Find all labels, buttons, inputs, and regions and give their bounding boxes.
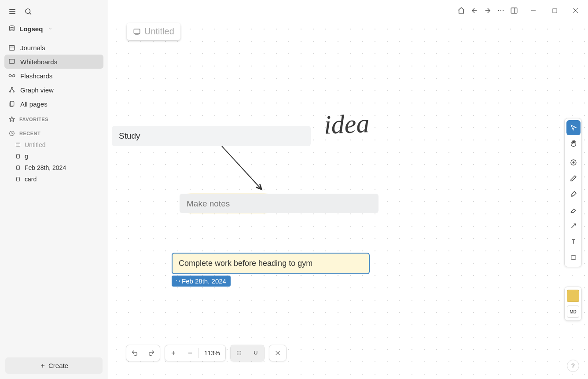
page-title: Untitled: [144, 26, 174, 37]
handwriting-idea[interactable]: idea: [323, 108, 370, 140]
svg-point-43: [237, 351, 238, 352]
history-group: [126, 345, 160, 361]
text-tool[interactable]: [566, 234, 581, 249]
notes-card[interactable]: Make notes: [180, 194, 379, 214]
back-icon[interactable]: [469, 5, 480, 16]
svg-point-46: [237, 353, 238, 353]
svg-line-4: [29, 13, 31, 14]
svg-rect-20: [16, 143, 20, 146]
zoom-out-button[interactable]: [182, 345, 198, 361]
favorites-header[interactable]: FAVORITES: [4, 111, 103, 125]
date-text: Feb 28th, 2024: [182, 277, 226, 285]
whiteboard-icon: [133, 28, 141, 36]
svg-rect-34: [552, 8, 556, 12]
date-tag[interactable]: ↪ Feb 28th, 2024: [172, 276, 231, 287]
zoom-in-button[interactable]: [165, 345, 182, 361]
more-icon[interactable]: [496, 5, 506, 16]
page-icon: [15, 176, 21, 182]
clock-icon: [8, 129, 16, 137]
nav-all-pages[interactable]: All pages: [4, 97, 103, 111]
nav-flashcards[interactable]: Flashcards: [4, 69, 103, 83]
pencil-tool[interactable]: [566, 171, 581, 186]
connector-tool[interactable]: [566, 218, 581, 233]
nav-label: Graph view: [20, 86, 54, 94]
help-button[interactable]: ?: [567, 360, 579, 372]
pan-tool[interactable]: [566, 136, 581, 151]
sidebar-toggle-icon[interactable]: [509, 5, 519, 16]
bottom-toolbar: 113%: [126, 345, 287, 361]
link-icon: ↪: [176, 278, 180, 284]
recent-item-card[interactable]: card: [4, 173, 103, 185]
highlighter-tool[interactable]: [566, 187, 581, 202]
arrow-connector[interactable]: [217, 144, 270, 196]
whiteboard-canvas[interactable]: Study Make notes Complete work before he…: [108, 21, 588, 379]
pages-icon: [8, 100, 16, 108]
task-note[interactable]: Complete work before heading to gym: [172, 253, 370, 274]
sidebar: Logseq Journals Whiteboards Flashcards G…: [0, 0, 108, 379]
window-maximize[interactable]: [546, 4, 563, 18]
svg-rect-10: [9, 59, 15, 63]
svg-point-30: [503, 10, 503, 11]
page-icon: [15, 165, 21, 171]
svg-point-48: [240, 353, 241, 353]
rectangle-tool[interactable]: [566, 250, 581, 265]
svg-line-55: [571, 224, 575, 228]
svg-point-5: [10, 26, 15, 27]
page-icon: [15, 153, 21, 159]
svg-point-44: [239, 351, 239, 352]
sidebar-top: [4, 4, 103, 21]
graph-switcher[interactable]: Logseq: [4, 21, 103, 36]
svg-rect-6: [9, 45, 15, 50]
recent-item-untitled[interactable]: Untitled: [4, 139, 103, 151]
search-icon[interactable]: [23, 6, 33, 17]
svg-point-3: [26, 9, 30, 14]
eraser-tool[interactable]: [566, 202, 581, 217]
svg-point-45: [240, 351, 241, 352]
color-panel: MD: [564, 287, 582, 321]
select-tool[interactable]: [566, 120, 581, 135]
add-shape-tool[interactable]: [566, 155, 581, 170]
svg-point-13: [13, 91, 15, 92]
svg-point-14: [11, 87, 13, 88]
forward-icon[interactable]: [482, 5, 493, 16]
menu-icon[interactable]: [7, 6, 18, 17]
recent-label: card: [25, 176, 37, 183]
window-minimize[interactable]: [525, 4, 542, 18]
recent-item-feb28[interactable]: Feb 28th, 2024: [4, 162, 103, 173]
zoom-level[interactable]: 113%: [199, 350, 225, 357]
create-button[interactable]: Create: [5, 357, 103, 374]
window-close[interactable]: [567, 4, 584, 18]
topbar: [108, 0, 588, 21]
create-label: Create: [48, 362, 68, 369]
plus-icon: [40, 363, 46, 369]
svg-rect-37: [134, 29, 140, 34]
shuffle-button[interactable]: [269, 345, 286, 361]
recent-header[interactable]: RECENT: [4, 125, 103, 139]
whiteboard-icon: [8, 58, 16, 66]
grid-toggle[interactable]: [231, 345, 247, 361]
database-icon: [8, 25, 16, 33]
notes-text: Make notes: [187, 199, 230, 208]
home-icon[interactable]: [456, 5, 467, 16]
study-card[interactable]: Study: [112, 126, 311, 146]
infinity-icon: [8, 72, 16, 80]
recent-item-g[interactable]: g: [4, 151, 103, 162]
star-icon: [8, 115, 16, 123]
page-title-chip[interactable]: Untitled: [127, 23, 180, 40]
nav-journals[interactable]: Journals: [4, 40, 103, 55]
svg-rect-17: [11, 101, 14, 106]
misc-group: [269, 345, 287, 361]
redo-button[interactable]: [143, 345, 160, 361]
svg-point-50: [239, 354, 239, 355]
section-label: RECENT: [19, 131, 40, 136]
nav-whiteboards[interactable]: Whiteboards: [4, 55, 103, 69]
calendar-icon: [8, 44, 16, 52]
undo-button[interactable]: [126, 345, 143, 361]
md-toggle[interactable]: MD: [567, 305, 579, 318]
nav-graph-view[interactable]: Graph view: [4, 83, 103, 97]
zoom-group: 113%: [165, 345, 226, 361]
svg-rect-23: [17, 177, 20, 181]
snap-toggle[interactable]: [247, 345, 264, 361]
color-swatch[interactable]: [567, 290, 579, 302]
grid-snap-group: [230, 345, 265, 361]
